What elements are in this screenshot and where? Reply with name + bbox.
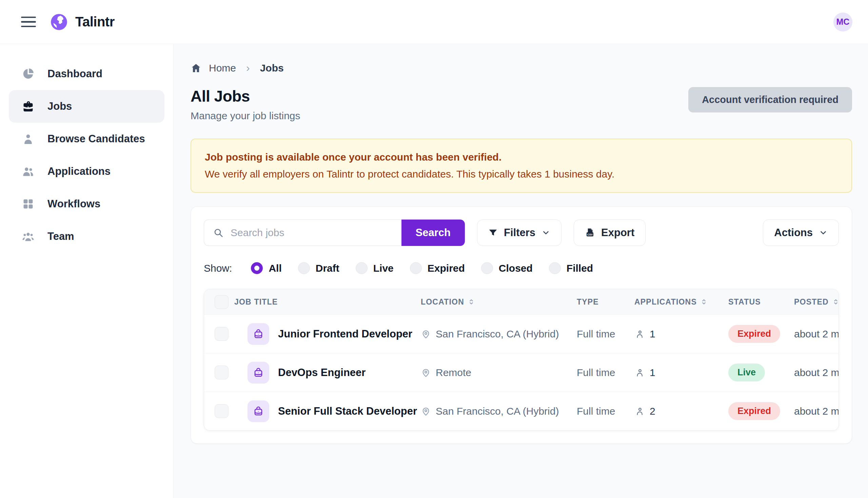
actions-button[interactable]: Actions	[763, 220, 839, 246]
sidebar-item-browse-candidates[interactable]: Browse Candidates	[9, 123, 164, 155]
column-header-status: STATUS	[728, 298, 794, 306]
jobs-table: JOB TITLE LOCATION TYPE APPLICATIONS	[204, 289, 839, 431]
sidebar-item-label: Applications	[48, 165, 111, 178]
users-icon	[22, 165, 35, 178]
search-group: Search	[204, 220, 465, 246]
applications-count: 2	[650, 406, 655, 417]
table-row[interactable]: Senior Full Stack Developer San Francisc…	[204, 392, 839, 430]
status-badge: Expired	[728, 402, 780, 420]
search-icon	[213, 227, 224, 238]
brand: Talintr	[50, 13, 115, 31]
notice-body: We verify all employers on Talintr to pr…	[205, 168, 838, 180]
radio-option-draft[interactable]: Draft	[298, 262, 340, 274]
briefcase-icon	[22, 100, 35, 113]
radio-option-live[interactable]: Live	[356, 262, 394, 274]
job-title-link[interactable]: DevOps Engineer	[278, 367, 366, 379]
team-icon	[22, 230, 35, 243]
row-checkbox[interactable]	[215, 404, 229, 418]
radio-icon	[549, 262, 561, 274]
row-checkbox[interactable]	[215, 327, 229, 341]
menu-icon[interactable]	[21, 17, 36, 27]
radio-icon	[356, 262, 368, 274]
briefcase-icon	[247, 362, 269, 383]
table-header-row: JOB TITLE LOCATION TYPE APPLICATIONS	[204, 289, 839, 314]
radio-option-all[interactable]: All	[251, 262, 281, 274]
search-button[interactable]: Search	[401, 220, 465, 246]
briefcase-icon	[247, 323, 269, 345]
sort-icon	[700, 298, 707, 305]
briefcase-icon	[247, 401, 269, 422]
job-title-link[interactable]: Junior Frontend Developer	[278, 328, 412, 340]
breadcrumb: Home › Jobs	[191, 62, 852, 74]
sidebar-item-dashboard[interactable]: Dashboard	[9, 57, 164, 90]
pie-chart-icon	[22, 67, 35, 80]
location-pin-icon	[421, 368, 431, 378]
radio-icon	[481, 262, 493, 274]
user-icon	[22, 132, 35, 145]
sort-icon	[832, 298, 839, 305]
breadcrumb-current: Jobs	[260, 62, 284, 74]
sidebar-item-applications[interactable]: Applications	[9, 155, 164, 188]
sidebar-item-label: Browse Candidates	[48, 133, 145, 145]
sidebar: Dashboard Jobs Browse Candidates	[0, 44, 174, 498]
radio-option-filled[interactable]: Filled	[549, 262, 593, 274]
chevron-down-icon	[541, 228, 550, 237]
job-title-link[interactable]: Senior Full Stack Developer	[278, 405, 417, 417]
column-header-job-title: JOB TITLE	[234, 298, 421, 306]
job-location: San Francisco, CA (Hybrid)	[436, 328, 559, 340]
radio-option-closed[interactable]: Closed	[481, 262, 533, 274]
status-badge: Live	[728, 364, 765, 381]
job-location: Remote	[436, 367, 471, 378]
notice-title: Job posting is available once your accou…	[205, 152, 838, 163]
row-checkbox[interactable]	[215, 366, 229, 379]
radio-option-expired[interactable]: Expired	[410, 262, 465, 274]
verification-badge: Account verification required	[688, 87, 852, 113]
filters-button[interactable]: Filters	[477, 220, 561, 246]
location-pin-icon	[421, 329, 431, 339]
table-row[interactable]: DevOps Engineer Remote Full time	[204, 353, 839, 392]
globe-icon	[50, 13, 68, 31]
verification-notice: Job posting is available once your accou…	[191, 139, 852, 193]
radio-icon	[251, 262, 263, 274]
home-icon	[191, 63, 201, 74]
sidebar-item-label: Dashboard	[48, 68, 102, 80]
posted-date: about 2 mo	[794, 406, 839, 417]
select-all-checkbox[interactable]	[215, 295, 229, 309]
location-pin-icon	[421, 406, 431, 416]
sidebar-item-workflows[interactable]: Workflows	[9, 188, 164, 220]
filter-icon	[488, 228, 498, 237]
jobs-toolbar: Search Filters	[204, 220, 839, 246]
export-button[interactable]: CSV Export	[574, 220, 646, 246]
column-header-posted[interactable]: POSTED	[794, 298, 839, 306]
sidebar-item-jobs[interactable]: Jobs	[9, 90, 164, 123]
job-type: Full time	[577, 328, 634, 340]
search-box	[204, 220, 401, 246]
status-badge: Expired	[728, 325, 780, 343]
search-input[interactable]	[231, 227, 393, 238]
applicant-icon	[634, 329, 644, 339]
show-filter-label: Show:	[204, 263, 232, 274]
job-location: San Francisco, CA (Hybrid)	[436, 406, 559, 417]
csv-file-icon: CSV	[585, 228, 595, 238]
chevron-right-icon: ›	[243, 62, 253, 74]
top-bar: Talintr MC	[0, 0, 868, 44]
column-header-applications[interactable]: APPLICATIONS	[634, 298, 728, 306]
page-subtitle: Manage your job listings	[191, 110, 301, 122]
sidebar-item-team[interactable]: Team	[9, 220, 164, 253]
radio-icon	[410, 262, 422, 274]
page-title: All Jobs	[191, 87, 301, 105]
posted-date: about 2 mo	[794, 328, 839, 340]
jobs-card: Search Filters	[191, 206, 852, 444]
show-filter-row: Show: All Draft Live Expired Closed	[204, 262, 839, 274]
sidebar-item-label: Jobs	[48, 100, 72, 113]
applicant-icon	[634, 368, 644, 378]
chevron-down-icon	[819, 228, 828, 237]
breadcrumb-home-link[interactable]: Home	[209, 62, 236, 74]
column-header-location[interactable]: LOCATION	[421, 298, 577, 306]
table-row[interactable]: Junior Frontend Developer San Francisco,…	[204, 314, 839, 353]
main-content: Home › Jobs All Jobs Manage your job lis…	[174, 44, 868, 498]
grid-icon	[22, 197, 35, 210]
job-type: Full time	[577, 406, 634, 417]
column-header-type: TYPE	[577, 298, 634, 306]
avatar[interactable]: MC	[833, 13, 852, 31]
